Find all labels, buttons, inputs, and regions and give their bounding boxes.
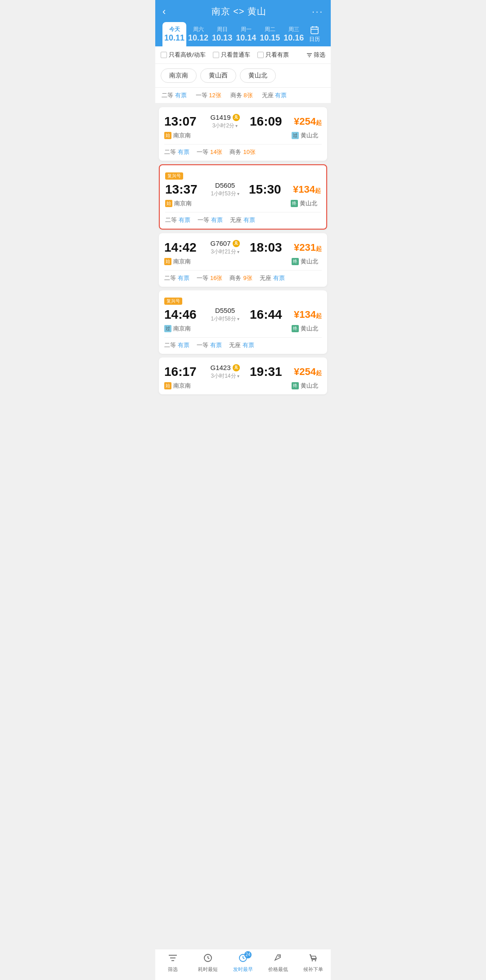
- arrive-station: 终 黄山北: [291, 199, 317, 208]
- train-card-g7607[interactable]: 14:42 G7607 兑 3小时21分 ▾ 18:03 ¥231起 始 南京南…: [159, 233, 327, 287]
- seat-item: 二等 有票: [165, 216, 190, 224]
- filter-icon: [306, 52, 312, 58]
- train-number: D5605: [215, 181, 235, 189]
- date-tab-tue[interactable]: 周二10.15: [258, 22, 282, 46]
- depart-station-name: 南京南: [173, 131, 191, 140]
- train-station-row: 始 南京南 终 黄山北: [164, 382, 322, 390]
- seat-item: 一等 16张: [197, 274, 222, 282]
- train-number: G7607: [210, 239, 230, 247]
- svg-rect-0: [311, 27, 318, 34]
- seat-item: 无座 有票: [260, 274, 285, 282]
- gaoite-checkbox[interactable]: [161, 52, 167, 58]
- depart-station-name: 南京南: [173, 257, 191, 266]
- train-middle: D5505 1小时58分 ▾: [200, 307, 250, 323]
- train-duration: 1小时58分 ▾: [203, 315, 247, 323]
- date-tab-sat[interactable]: 周六10.12: [186, 22, 210, 46]
- seat-item: 一等 14张: [197, 148, 222, 156]
- duration-chevron: ▾: [235, 123, 238, 128]
- duration-chevron: ▾: [237, 316, 239, 321]
- train-seats: 二等 有票 一等 有票 无座 有票: [164, 337, 322, 349]
- train-card-g1423[interactable]: 16:17 G1423 兑 3小时14分 ▾ 19:31 ¥254起 始 南京南…: [159, 357, 327, 394]
- depart-time: 16:17: [164, 365, 200, 379]
- depart-label: 始: [164, 258, 171, 265]
- arrive-station-name: 黄山北: [301, 257, 318, 266]
- train-main-row: 16:17 G1423 兑 3小时14分 ▾ 19:31 ¥254起: [164, 364, 322, 380]
- arrive-label: 过: [292, 132, 299, 139]
- arrive-time: 15:30: [249, 182, 285, 197]
- arrive-label: 终: [292, 382, 299, 389]
- station-tab-黄山西[interactable]: 黄山西: [200, 68, 236, 83]
- depart-label: 始: [164, 132, 171, 139]
- app-container: ‹ 南京 <> 黄山 ··· 今天10.11周六10.12周日10.13周一10…: [155, 0, 331, 430]
- date-tab-wed[interactable]: 周三10.16: [282, 22, 306, 46]
- train-middle: G1419 兑 3小时2分 ▾: [200, 113, 250, 130]
- calendar-button[interactable]: 日历: [306, 26, 324, 43]
- station-tab-黄山北[interactable]: 黄山北: [240, 68, 276, 83]
- train-price: ¥231起: [286, 242, 322, 253]
- youpiao-filter[interactable]: 只看有票: [257, 51, 289, 59]
- filter-bar: 只看高铁/动车 只看普通车 只看有票 筛选: [155, 46, 331, 64]
- train-seats: 二等 有票 一等 有票 无座 有票: [165, 212, 321, 224]
- gaotie-filter[interactable]: 只看高铁/动车: [161, 51, 206, 59]
- station-tab-南京南[interactable]: 南京南: [161, 68, 197, 83]
- arrive-station: 终 黄山北: [292, 257, 318, 266]
- train-duration: 1小时53分 ▾: [204, 190, 246, 198]
- train-price: ¥134起: [285, 184, 321, 195]
- date-tab-today[interactable]: 今天10.11: [162, 22, 186, 46]
- train-card-d5605[interactable]: 复兴号 13:37 D5605 1小时53分 ▾ 15:30 ¥134起 始 南…: [159, 164, 327, 230]
- seat-item: 一等 有票: [198, 216, 223, 224]
- shaixuan-button[interactable]: 筛选: [306, 51, 325, 59]
- date-tab-mon[interactable]: 周一10.14: [234, 22, 258, 46]
- more-button[interactable]: ···: [312, 6, 324, 17]
- train-duration: 3小时21分 ▾: [203, 248, 247, 256]
- back-button[interactable]: ‹: [162, 6, 166, 18]
- depart-station: 始 南京南: [164, 257, 191, 266]
- train-station-row: 过 南京南 终 黄山北: [164, 325, 322, 333]
- train-list: 13:07 G1419 兑 3小时2分 ▾ 16:09 ¥254起 始 南京南 …: [155, 107, 331, 394]
- train-price: ¥254起: [286, 116, 322, 127]
- depart-label: 始: [165, 200, 172, 207]
- seat-item: 二等 有票: [164, 341, 189, 349]
- arrive-time: 16:09: [250, 114, 286, 129]
- train-seats: 二等 有票 一等 16张 商务 9张 无座 有票: [164, 270, 322, 282]
- train-card-g1419[interactable]: 13:07 G1419 兑 3小时2分 ▾ 16:09 ¥254起 始 南京南 …: [159, 107, 327, 161]
- arrive-station-name: 黄山北: [301, 382, 318, 390]
- seat-item: 商务 9张: [230, 274, 252, 282]
- train-middle: G1423 兑 3小时14分 ▾: [200, 364, 250, 380]
- train-number: D5505: [215, 307, 235, 314]
- arrive-label: 终: [292, 258, 299, 265]
- duration-chevron: ▾: [237, 249, 239, 254]
- depart-time: 14:46: [164, 307, 200, 322]
- arrive-station: 终 黄山北: [292, 325, 318, 333]
- youpiao-checkbox[interactable]: [257, 52, 264, 58]
- train-number: G1423: [210, 364, 230, 371]
- depart-label: 过: [164, 325, 171, 332]
- putong-checkbox[interactable]: [213, 52, 219, 58]
- train-main-row: 13:07 G1419 兑 3小时2分 ▾ 16:09 ¥254起: [164, 113, 322, 130]
- arrive-label: 终: [292, 325, 299, 332]
- train-main-row: 14:46 D5505 1小时58分 ▾ 16:44 ¥134起: [164, 307, 322, 323]
- ticket-summary: 二等 有票 一等 12张 商务 8张 无座 有票: [155, 88, 331, 104]
- train-price: ¥254起: [286, 366, 322, 378]
- date-tab-sun[interactable]: 周日10.13: [210, 22, 234, 46]
- arrive-time: 18:03: [250, 240, 286, 255]
- seat-item: 无座 有票: [229, 341, 254, 349]
- duration-chevron: ▾: [237, 191, 239, 196]
- train-badge: 兑: [233, 364, 240, 371]
- seat-item: 二等 有票: [164, 148, 189, 156]
- depart-label: 始: [164, 382, 171, 389]
- train-duration: 3小时14分 ▾: [203, 372, 247, 380]
- train-card-d5505[interactable]: 复兴号 14:46 D5505 1小时58分 ▾ 16:44 ¥134起 过 南…: [159, 290, 327, 354]
- seat-item: 无座 有票: [230, 216, 255, 224]
- depart-station: 始 南京南: [164, 382, 191, 390]
- train-station-row: 始 南京南 终 黄山北: [165, 199, 321, 208]
- depart-station: 始 南京南: [165, 199, 192, 208]
- depart-time: 13:07: [164, 114, 200, 129]
- train-badge: 兑: [233, 114, 240, 121]
- train-main-row: 13:37 D5605 1小时53分 ▾ 15:30 ¥134起: [165, 181, 321, 198]
- duration-chevron: ▾: [237, 374, 239, 379]
- fuxing-badge: 复兴号: [164, 297, 322, 307]
- page-title: 南京 <> 黄山: [212, 5, 266, 18]
- depart-station: 始 南京南: [164, 131, 191, 140]
- putong-filter[interactable]: 只看普通车: [213, 51, 250, 59]
